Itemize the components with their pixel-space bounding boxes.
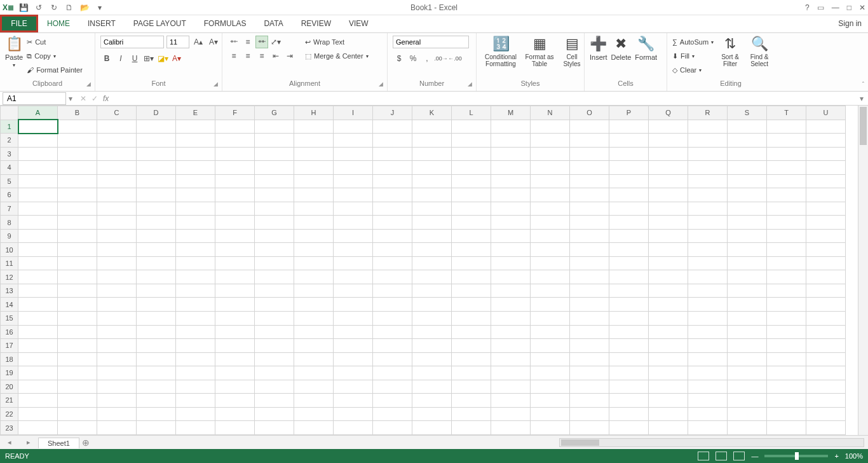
cell-G11[interactable] bbox=[255, 256, 294, 270]
cell-F19[interactable] bbox=[215, 366, 255, 380]
cell-C7[interactable] bbox=[97, 202, 137, 216]
cell-J22[interactable] bbox=[373, 407, 412, 421]
cell-G8[interactable] bbox=[255, 216, 294, 230]
cell-M7[interactable] bbox=[491, 202, 531, 216]
cell-R2[interactable] bbox=[688, 134, 728, 148]
cell-O10[interactable] bbox=[570, 243, 609, 257]
cell-I10[interactable] bbox=[334, 243, 373, 257]
row-header-8[interactable]: 8 bbox=[1, 216, 18, 230]
cancel-formula-icon[interactable]: ✕ bbox=[80, 94, 86, 103]
cell-C8[interactable] bbox=[97, 216, 137, 230]
cell-M12[interactable] bbox=[491, 270, 531, 284]
cell-U12[interactable] bbox=[806, 270, 846, 284]
cell-A10[interactable] bbox=[18, 243, 58, 257]
cell-K10[interactable] bbox=[412, 243, 452, 257]
cell-H11[interactable] bbox=[294, 256, 334, 270]
cell-K8[interactable] bbox=[412, 216, 452, 230]
cell-D21[interactable] bbox=[137, 394, 176, 408]
cell-M16[interactable] bbox=[491, 325, 531, 339]
cell-M6[interactable] bbox=[491, 188, 531, 202]
cell-F13[interactable] bbox=[215, 284, 255, 298]
formula-bar-input[interactable] bbox=[112, 92, 859, 105]
row-header-1[interactable]: 1 bbox=[1, 120, 18, 134]
cell-T15[interactable] bbox=[767, 311, 806, 325]
cell-I21[interactable] bbox=[334, 394, 373, 408]
cell-H14[interactable] bbox=[294, 298, 334, 312]
cell-G1[interactable] bbox=[255, 120, 294, 134]
cell-I8[interactable] bbox=[334, 216, 373, 230]
autosum-button[interactable]: ∑AutoSum▾ bbox=[672, 36, 714, 48]
cell-S18[interactable] bbox=[728, 352, 767, 366]
cell-S14[interactable] bbox=[728, 298, 767, 312]
decrease-font-button[interactable]: A▾ bbox=[207, 36, 220, 48]
cell-H1[interactable] bbox=[294, 120, 334, 134]
cell-N11[interactable] bbox=[531, 256, 570, 270]
cell-T1[interactable] bbox=[767, 120, 806, 134]
cell-A14[interactable] bbox=[18, 298, 58, 312]
cell-D15[interactable] bbox=[137, 311, 176, 325]
row-header-7[interactable]: 7 bbox=[1, 202, 18, 216]
cell-G19[interactable] bbox=[255, 366, 294, 380]
cell-C2[interactable] bbox=[97, 134, 137, 148]
cell-B19[interactable] bbox=[58, 366, 97, 380]
cell-E12[interactable] bbox=[176, 270, 215, 284]
name-box-dropdown[interactable]: ▾ bbox=[66, 94, 75, 103]
cell-D6[interactable] bbox=[137, 188, 176, 202]
cell-T8[interactable] bbox=[767, 216, 806, 230]
cell-J13[interactable] bbox=[373, 284, 412, 298]
cell-J5[interactable] bbox=[373, 174, 412, 188]
cell-U13[interactable] bbox=[806, 284, 846, 298]
cell-H8[interactable] bbox=[294, 216, 334, 230]
currency-button[interactable]: $ bbox=[393, 52, 405, 65]
cell-E21[interactable] bbox=[176, 394, 215, 408]
cell-J21[interactable] bbox=[373, 394, 412, 408]
cell-K13[interactable] bbox=[412, 284, 452, 298]
cell-E20[interactable] bbox=[176, 380, 215, 394]
fx-button[interactable]: fx bbox=[103, 94, 112, 103]
cell-H5[interactable] bbox=[294, 174, 334, 188]
cell-U10[interactable] bbox=[806, 243, 846, 257]
cell-M11[interactable] bbox=[491, 256, 531, 270]
cell-N9[interactable] bbox=[531, 229, 570, 243]
cell-S21[interactable] bbox=[728, 394, 767, 408]
cell-I7[interactable] bbox=[334, 202, 373, 216]
cell-E5[interactable] bbox=[176, 174, 215, 188]
cell-H15[interactable] bbox=[294, 311, 334, 325]
cell-R23[interactable] bbox=[688, 421, 728, 435]
cell-B16[interactable] bbox=[58, 325, 97, 339]
cell-T12[interactable] bbox=[767, 270, 806, 284]
cell-C17[interactable] bbox=[97, 339, 137, 353]
formula-bar-expand[interactable]: ▾ bbox=[859, 94, 868, 103]
worksheet-grid[interactable]: ABCDEFGHIJKLMNOPQRSTU1234567891011121314… bbox=[0, 106, 846, 435]
cell-U5[interactable] bbox=[806, 174, 846, 188]
clear-button[interactable]: ◇Clear▾ bbox=[672, 64, 714, 76]
cell-S19[interactable] bbox=[728, 366, 767, 380]
sheet-nav-next[interactable]: ▸ bbox=[27, 438, 31, 446]
cell-O13[interactable] bbox=[570, 284, 609, 298]
cell-C12[interactable] bbox=[97, 270, 137, 284]
cell-I22[interactable] bbox=[334, 407, 373, 421]
cell-E14[interactable] bbox=[176, 298, 215, 312]
cell-B12[interactable] bbox=[58, 270, 97, 284]
cell-M3[interactable] bbox=[491, 147, 531, 161]
cell-L7[interactable] bbox=[452, 202, 491, 216]
cell-M15[interactable] bbox=[491, 311, 531, 325]
cell-C14[interactable] bbox=[97, 298, 137, 312]
cell-M20[interactable] bbox=[491, 380, 531, 394]
cell-J7[interactable] bbox=[373, 202, 412, 216]
cell-A2[interactable] bbox=[18, 134, 58, 148]
cell-S3[interactable] bbox=[728, 147, 767, 161]
cell-B1[interactable] bbox=[58, 120, 97, 134]
cell-P9[interactable] bbox=[609, 229, 649, 243]
cell-T2[interactable] bbox=[767, 134, 806, 148]
cell-S12[interactable] bbox=[728, 270, 767, 284]
row-header-21[interactable]: 21 bbox=[1, 394, 18, 408]
align-center-button[interactable]: ≡ bbox=[241, 50, 254, 62]
cell-B8[interactable] bbox=[58, 216, 97, 230]
cell-D2[interactable] bbox=[137, 134, 176, 148]
fill-color-button[interactable]: ◪▾ bbox=[156, 52, 169, 65]
add-sheet-button[interactable]: ⊕ bbox=[79, 438, 92, 448]
cell-E15[interactable] bbox=[176, 311, 215, 325]
cell-O9[interactable] bbox=[570, 229, 609, 243]
cell-N19[interactable] bbox=[531, 366, 570, 380]
